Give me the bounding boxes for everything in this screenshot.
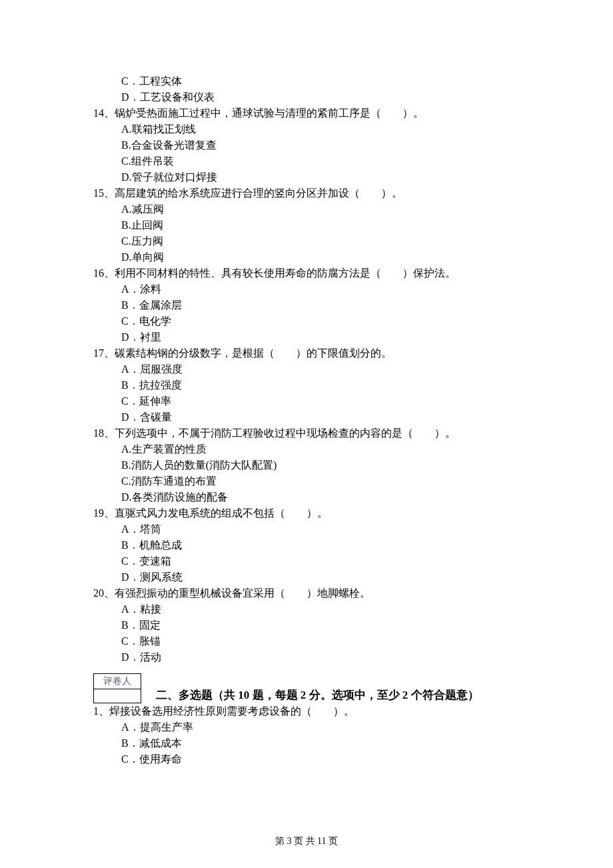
question-19-option-c: C．变速箱	[93, 553, 533, 569]
question-19-stem: 19、直驱式风力发电系统的组成不包括（ ）。	[93, 505, 533, 521]
question-20-stem: 20、有强烈振动的重型机械设备宜采用（ ）地脚螺栓。	[93, 585, 533, 601]
question-17-stem: 17、碳素结构钢的分级数字，是根据（ ）的下限值划分的。	[93, 345, 533, 361]
section-2-title: 二、多选题（共 10 题，每题 2 分。选项中，至少 2 个符合题意）	[156, 687, 479, 704]
section-2-header-row: 评卷人 二、多选题（共 10 题，每题 2 分。选项中，至少 2 个符合题意）	[93, 669, 533, 703]
s2-question-1-stem: 1、焊接设备选用经济性原则需要考虑设备的（ ）。	[93, 703, 533, 719]
scorer-blank	[93, 689, 141, 703]
question-15-option-b: B.止回阀	[93, 217, 533, 233]
question-18-option-b: B.消防人员的数量(消防大队配置)	[93, 457, 533, 473]
question-15-option-d: D.单向阀	[93, 249, 533, 265]
question-18-option-d: D.各类消防设施的配备	[93, 489, 533, 505]
question-19-option-a: A．塔筒	[93, 521, 533, 537]
question-18-option-c: C.消防车通道的布置	[93, 473, 533, 489]
question-17-option-c: C．延伸率	[93, 393, 533, 409]
question-14-stem: 14、锅炉受热面施工过程中，通球试验与清理的紧前工序是（ ）。	[93, 105, 533, 121]
prev-q-option-d: D．工艺设备和仪表	[93, 89, 533, 105]
question-17-option-d: D．含碳量	[93, 409, 533, 425]
document-page: C．工程实体 D．工艺设备和仪表 14、锅炉受热面施工过程中，通球试验与清理的紧…	[0, 0, 613, 868]
question-19-option-d: D．测风系统	[93, 569, 533, 585]
question-16-option-c: C．电化学	[93, 313, 533, 329]
question-17-option-b: B．抗拉强度	[93, 377, 533, 393]
s2-question-1-option-b: B．减低成本	[93, 735, 533, 751]
question-14-option-d: D.管子就位对口焊接	[93, 169, 533, 185]
s2-question-1-option-a: A．提高生产率	[93, 719, 533, 735]
question-18-option-a: A.生产装置的性质	[93, 441, 533, 457]
question-16-option-a: A．涂料	[93, 281, 533, 297]
s2-question-1-option-c: C．使用寿命	[93, 751, 533, 767]
question-16-option-b: B．金属涂层	[93, 297, 533, 313]
question-20-option-c: C．胀锚	[93, 633, 533, 649]
question-15-stem: 15、高层建筑的给水系统应进行合理的竖向分区并加设（ ）。	[93, 185, 533, 201]
question-20-option-d: D．活动	[93, 649, 533, 665]
question-15-option-a: A.减压阀	[93, 201, 533, 217]
question-17-option-a: A．屈服强度	[93, 361, 533, 377]
scorer-box: 评卷人	[93, 673, 141, 703]
question-18-stem: 18、下列选项中，不属于消防工程验收过程中现场检查的内容的是（ ）。	[93, 425, 533, 441]
question-14-option-b: B.合金设备光谱复查	[93, 137, 533, 153]
question-20-option-a: A．粘接	[93, 601, 533, 617]
scorer-label: 评卷人	[93, 673, 141, 689]
question-19-option-b: B．机舱总成	[93, 537, 533, 553]
question-16-option-d: D．衬里	[93, 329, 533, 345]
page-footer: 第 3 页 共 11 页	[0, 834, 613, 848]
question-14-option-c: C.组件吊装	[93, 153, 533, 169]
question-15-option-c: C.压力阀	[93, 233, 533, 249]
question-20-option-b: B．固定	[93, 617, 533, 633]
question-16-stem: 16、利用不同材料的特性、具有较长使用寿命的防腐方法是（ ）保护法。	[93, 265, 533, 281]
question-14-option-a: A.联箱找正划线	[93, 121, 533, 137]
prev-q-option-c: C．工程实体	[93, 73, 533, 89]
